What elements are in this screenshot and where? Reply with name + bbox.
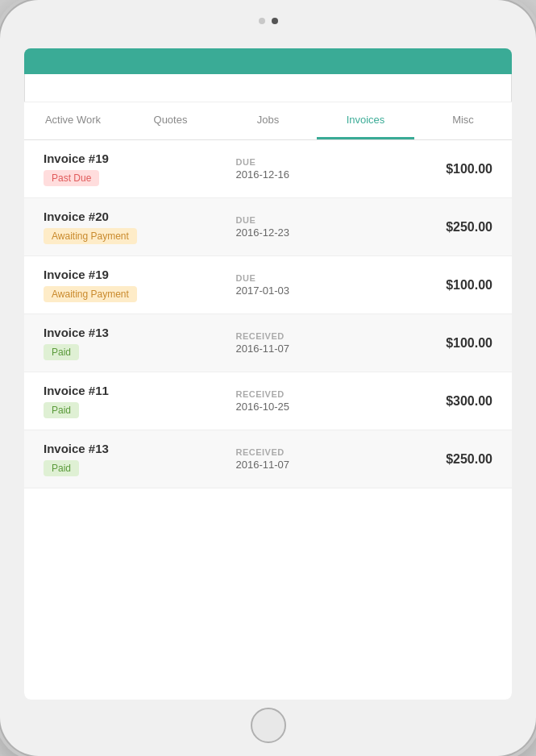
invoice-row[interactable]: Invoice #13 Paid RECEIVED 2016-11-07 $10… (24, 314, 512, 372)
home-button[interactable] (251, 708, 286, 743)
invoice-amount: $100.00 (428, 278, 492, 293)
invoice-date: 2016-12-16 (236, 168, 429, 181)
invoice-row[interactable]: Invoice #20 Awaiting Payment DUE 2016-12… (24, 198, 512, 256)
invoice-row[interactable]: Invoice #13 Paid RECEIVED 2016-11-07 $25… (24, 430, 512, 488)
camera-dot-1 (259, 18, 265, 24)
invoice-amount: $300.00 (428, 394, 492, 409)
tab-bar: Active Work Quotes Jobs Invoices Misc (24, 102, 512, 140)
invoice-number: Invoice #20 (44, 210, 236, 223)
invoice-middle: RECEIVED 2016-11-07 (236, 447, 429, 471)
invoice-status-label: RECEIVED (236, 389, 429, 399)
invoice-middle: DUE 2017-01-03 (236, 273, 429, 297)
invoice-middle: RECEIVED 2016-11-07 (236, 331, 429, 355)
invoice-status-label: RECEIVED (236, 447, 429, 457)
invoice-date: 2017-01-03 (236, 285, 429, 297)
invoice-amount: $100.00 (428, 162, 492, 177)
invoice-middle: DUE 2016-12-16 (236, 157, 429, 181)
tab-quotes[interactable]: Quotes (122, 102, 219, 139)
app-header (24, 48, 512, 74)
tab-invoices[interactable]: Invoices (317, 102, 414, 139)
invoice-amount: $250.00 (428, 452, 492, 467)
invoice-badge: Awaiting Payment (44, 228, 137, 244)
invoice-left: Invoice #13 Paid (44, 326, 236, 360)
invoice-status-label: DUE (236, 273, 429, 283)
invoice-left: Invoice #19 Awaiting Payment (44, 268, 236, 302)
invoice-number: Invoice #11 (44, 384, 236, 397)
tablet-camera (259, 18, 278, 24)
camera-dot-2 (272, 18, 278, 24)
invoice-list: Invoice #19 Past Due DUE 2016-12-16 $100… (24, 140, 512, 700)
invoice-number: Invoice #19 (44, 268, 236, 281)
tab-active-work[interactable]: Active Work (24, 102, 122, 139)
invoice-date: 2016-12-23 (236, 226, 429, 239)
invoice-middle: DUE 2016-12-23 (236, 215, 429, 239)
invoice-date: 2016-11-07 (236, 459, 429, 471)
invoice-badge: Past Due (44, 170, 99, 186)
invoice-middle: RECEIVED 2016-10-25 (236, 389, 429, 413)
invoice-amount: $250.00 (428, 220, 492, 235)
invoice-number: Invoice #19 (44, 152, 236, 165)
invoice-left: Invoice #11 Paid (44, 384, 236, 418)
invoice-amount: $100.00 (428, 336, 492, 351)
invoice-number: Invoice #13 (44, 326, 236, 339)
invoice-status-label: DUE (236, 215, 429, 225)
invoice-row[interactable]: Invoice #19 Awaiting Payment DUE 2017-01… (24, 256, 512, 314)
invoice-badge: Paid (44, 460, 79, 476)
invoice-badge: Paid (44, 344, 79, 360)
tab-jobs[interactable]: Jobs (219, 102, 317, 139)
invoice-date: 2016-11-07 (236, 343, 429, 355)
client-info (24, 74, 512, 102)
tab-misc[interactable]: Misc (414, 102, 512, 139)
invoice-left: Invoice #19 Past Due (44, 152, 236, 186)
invoice-status-label: DUE (236, 157, 429, 167)
tablet-frame: Active Work Quotes Jobs Invoices Misc In… (0, 0, 536, 756)
invoice-status-label: RECEIVED (236, 331, 429, 341)
screen: Active Work Quotes Jobs Invoices Misc In… (24, 48, 512, 700)
invoice-number: Invoice #13 (44, 442, 236, 455)
invoice-badge: Paid (44, 402, 79, 418)
invoice-date: 2016-10-25 (236, 401, 429, 413)
invoice-row[interactable]: Invoice #11 Paid RECEIVED 2016-10-25 $30… (24, 372, 512, 430)
invoice-row[interactable]: Invoice #19 Past Due DUE 2016-12-16 $100… (24, 140, 512, 198)
invoice-badge: Awaiting Payment (44, 286, 137, 302)
invoice-left: Invoice #13 Paid (44, 442, 236, 476)
invoice-left: Invoice #20 Awaiting Payment (44, 210, 236, 244)
